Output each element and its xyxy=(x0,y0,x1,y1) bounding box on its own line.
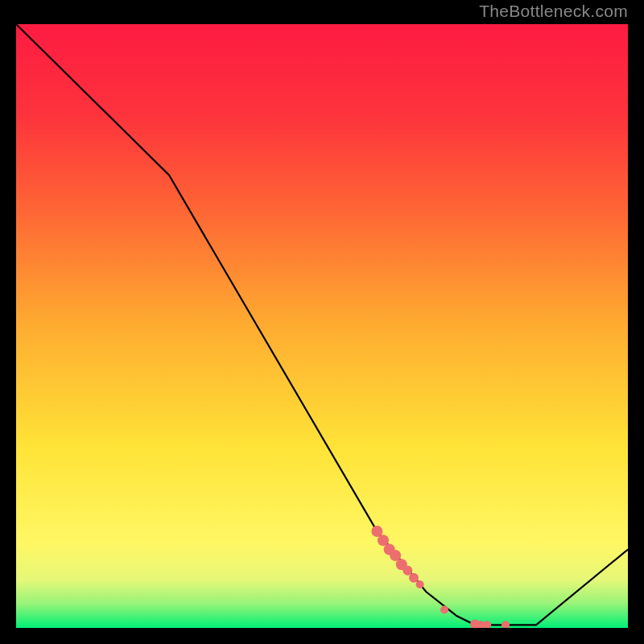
chart-container: TheBottleneck.com xyxy=(0,0,644,644)
highlight-point xyxy=(416,580,424,588)
plot-area xyxy=(16,24,628,628)
highlight-point xyxy=(440,606,448,614)
watermark-text: TheBottleneck.com xyxy=(479,2,628,21)
highlight-point xyxy=(409,573,419,583)
chart-svg xyxy=(16,24,628,628)
